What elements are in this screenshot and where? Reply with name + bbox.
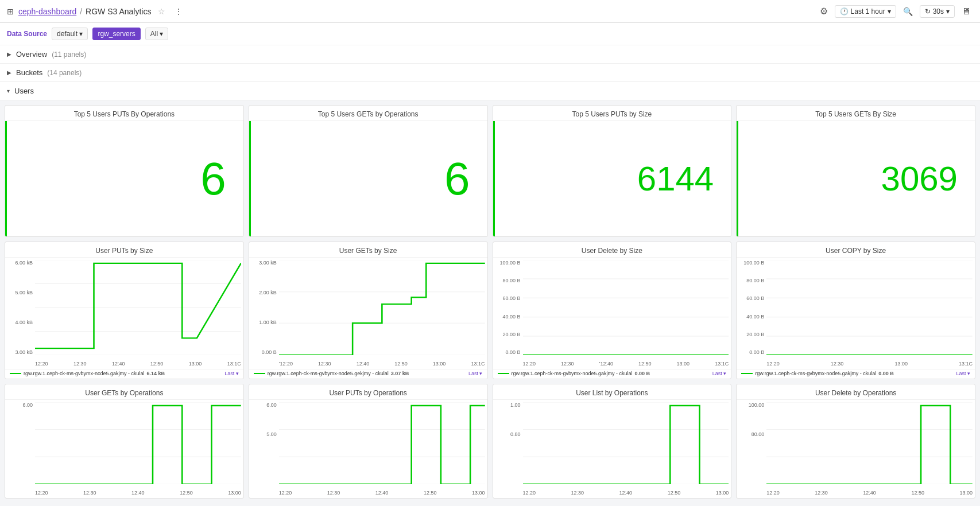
copy-size-svg (766, 260, 973, 355)
gets-ops-y-axis: 6.00 (5, 400, 35, 484)
time-range-button[interactable]: 🕐 Last 1 hour ▾ (835, 5, 896, 18)
panel-user-gets-ops: User GETs by Operations 6.00 (5, 384, 244, 499)
puts-ops-chart-content (279, 402, 485, 484)
breadcrumb-part2: RGW S3 Analytics (86, 7, 151, 16)
legend-last-copy-size: Last ▾ (956, 371, 970, 376)
chart-gets-ops-area: 6.00 (5, 400, 243, 498)
panel-user-puts-size-body: 6.00 kB 5.00 kB 4.00 kB 3.00 kB (5, 258, 243, 369)
list-ops-svg (523, 402, 729, 484)
puts-ops-x-axis: 12:20 12:30 12:40 12:50 13:00 (279, 490, 485, 496)
topbar-right: ⚙ 🕐 Last 1 hour ▾ 🔍 ↻ 30s ▾ 🖥 (818, 3, 973, 19)
topbar: ⊞ ceph-dashboard / RGW S3 Analytics ☆ ⋮ … (0, 0, 980, 23)
panel-user-gets-size: User GETs by Size 3.00 kB 2.00 kB 1.00 k… (249, 242, 488, 379)
filter-all-button[interactable]: All ▾ (145, 28, 169, 40)
chevron-down-icon: ▾ (888, 7, 891, 15)
panel-user-gets-ops-title: User GETs by Operations (5, 384, 243, 400)
chart-list-ops-area: 1.00 0.80 (493, 400, 731, 498)
users-label: Users (14, 87, 34, 95)
filter-rgw-servers-button[interactable]: rgw_servers (92, 28, 140, 40)
section-users[interactable]: ▾ Users (0, 82, 980, 100)
panel-user-puts-ops-body: 6.00 5.00 (249, 400, 487, 498)
list-ops-y-axis: 1.00 0.80 (493, 400, 523, 484)
chart-gets-size-area: 3.00 kB 2.00 kB 1.00 kB 0.00 B (249, 258, 487, 369)
panel-user-delete-size-body: 100.00 B 80.00 B 60.00 B 40.00 B 20.00 B… (493, 258, 731, 369)
chart-delete-ops-area: 100.00 80.00 (737, 400, 975, 498)
stat-puts-ops-value: 6 (200, 156, 226, 202)
delete-size-svg (523, 260, 729, 355)
panel-user-gets-size-body: 3.00 kB 2.00 kB 1.00 kB 0.00 B (249, 258, 487, 369)
delete-size-chart-content (523, 260, 729, 355)
share-button[interactable]: ⋮ (172, 5, 185, 18)
puts-ops-svg (279, 402, 485, 484)
panel-user-list-ops-title: User List by Operations (493, 384, 731, 400)
panel-user-gets-size-title: User GETs by Size (249, 242, 487, 258)
filter-default-button[interactable]: default ▾ (52, 28, 88, 40)
filter-chevron-icon: ▾ (79, 30, 83, 38)
panel-puts-ops-body: 6 (5, 121, 243, 236)
green-bar-indicator-3 (493, 121, 495, 236)
zoom-out-button[interactable]: 🔍 (901, 5, 915, 18)
filterbar: Data Source default ▾ rgw_servers All ▾ (0, 23, 980, 45)
gets-ops-chart-content (35, 402, 241, 484)
panel-gets-size-title: Top 5 Users GETs By Size (737, 106, 975, 121)
buckets-chevron-icon: ▶ (7, 69, 11, 76)
panel-user-copy-size-title: User COPY by Size (737, 242, 975, 258)
gets-size-y-axis: 3.00 kB 2.00 kB 1.00 kB 0.00 B (249, 258, 279, 355)
delete-ops-y-axis: 100.00 80.00 (737, 400, 766, 484)
legend-last-delete-size: Last ▾ (712, 371, 727, 376)
legend-val-puts-size: 6.14 kB (147, 371, 165, 376)
section-overview[interactable]: ▶ Overview (11 panels) (0, 45, 980, 64)
panel-user-puts-ops-title: User PUTs by Operations (249, 384, 487, 400)
tv-mode-button[interactable]: 🖥 (959, 4, 973, 19)
overview-label: Overview (16, 50, 47, 59)
panel-user-copy-size: User COPY by Size 100.00 B 80.00 B 60.00… (736, 242, 975, 379)
panel-user-list-ops: User List by Operations 1.00 0.80 (493, 384, 732, 499)
legend-last-puts-size: Last ▾ (224, 371, 239, 376)
gets-size-legend: rgw.rgw.1.ceph-ck-ms-gvbymx-node5.gekjmy… (249, 369, 487, 379)
panel-puts-size-title: Top 5 Users PUTs by Size (493, 106, 731, 121)
copy-size-chart-content (766, 260, 973, 355)
panel-user-puts-ops: User PUTs by Operations 6.00 5.00 (249, 384, 488, 499)
star-button[interactable]: ☆ (156, 5, 168, 18)
panel-gets-ops-title: Top 5 Users GETs by Operations (249, 106, 487, 121)
panel-user-copy-size-body: 100.00 B 80.00 B 60.00 B 40.00 B 20.00 B… (737, 258, 975, 369)
all-chevron-icon: ▾ (160, 30, 163, 38)
panel-puts-ops-title: Top 5 Users PUTs By Operations (5, 106, 243, 121)
delete-size-legend: rgw.rgw.1.ceph-ck-ms-gvbymx-node5.gakjmy… (493, 369, 731, 379)
legend-line-icon (10, 373, 21, 374)
panel-user-delete-ops: User Delete by Operations 100.00 80.00 (736, 384, 975, 499)
green-bar-indicator-4 (737, 121, 738, 236)
list-ops-chart-content (523, 402, 729, 484)
legend-text-delete-size: rgw.rgw.1.ceph-ck-ms-gvbymx-node5.gakjmy… (512, 371, 633, 376)
gear-button[interactable]: ⚙ (818, 3, 830, 19)
panel-puts-size: Top 5 Users PUTs by Size 6144 (493, 105, 732, 237)
overview-chevron-icon: ▶ (7, 51, 11, 57)
panel-user-delete-ops-body: 100.00 80.00 (737, 400, 975, 498)
panel-gets-size-body: 3069 (737, 121, 975, 236)
green-bar-indicator (5, 121, 7, 236)
stat-puts-size-value: 6144 (637, 162, 714, 196)
section-buckets[interactable]: ▶ Buckets (14 panels) (0, 64, 980, 82)
puts-size-legend: rgw.rgw.1.ceph-ck-ms-gvbymx-ncde5.gakjmy… (5, 369, 243, 379)
refresh-icon: ↻ (925, 7, 931, 15)
legend-line-icon-2 (254, 373, 265, 374)
legend-val-gets-size: 3.07 kB (391, 371, 409, 376)
overview-count: (11 panels) (52, 50, 86, 59)
panel-user-delete-size: User Delete by Size 100.00 B 80.00 B 60.… (493, 242, 732, 379)
dashboard: Top 5 Users PUTs By Operations 6 Top 5 U… (0, 100, 980, 506)
stat-gets-ops-value: 6 (444, 156, 470, 202)
clock-icon: 🕐 (840, 7, 849, 15)
panel-user-puts-size: User PUTs by Size 6.00 kB 5.00 kB 4.00 k… (5, 242, 244, 379)
legend-text-copy-size: rgw.rgw.1.ceph-ck-ms-gvbymx-node5.gakjmy… (755, 371, 876, 376)
buckets-count: (14 panels) (47, 69, 82, 77)
chart-delete-size-area: 100.00 B 80.00 B 60.00 B 40.00 B 20.00 B… (493, 258, 731, 369)
gets-ops-svg (35, 402, 241, 484)
users-chevron-icon: ▾ (7, 88, 10, 94)
time-range-label: Last 1 hour (851, 7, 885, 15)
puts-size-y-axis: 6.00 kB 5.00 kB 4.00 kB 3.00 kB (5, 258, 35, 355)
data-source-label: Data Source (7, 30, 47, 38)
breadcrumb-part1: ceph-dashboard (18, 7, 76, 16)
refresh-button[interactable]: ↻ 30s ▾ (920, 5, 955, 18)
breadcrumb-separator: / (80, 7, 82, 16)
panel-puts-ops: Top 5 Users PUTs By Operations 6 (5, 105, 244, 237)
